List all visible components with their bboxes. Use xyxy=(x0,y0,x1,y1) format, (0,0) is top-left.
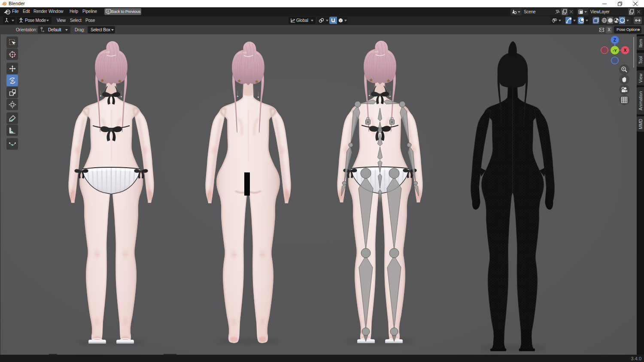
svg-text:Z: Z xyxy=(614,37,617,42)
svg-text:-Y: -Y xyxy=(613,48,617,53)
svg-text:X: X xyxy=(623,48,626,53)
